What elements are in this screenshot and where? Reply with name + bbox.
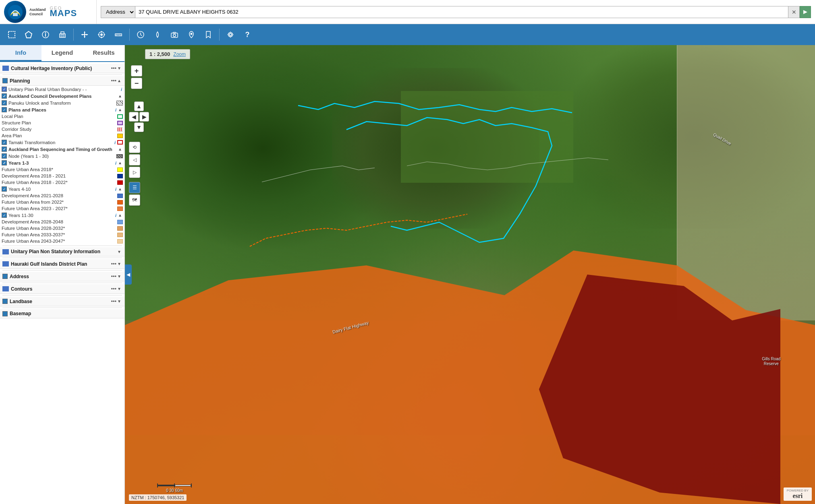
- address-go-button[interactable]: [800, 6, 811, 18]
- dev-plans-cb[interactable]: [2, 93, 7, 99]
- plans-places-cb[interactable]: [2, 107, 7, 112]
- planning-checkbox[interactable]: [2, 78, 8, 83]
- landbase-cb[interactable]: [2, 299, 8, 304]
- basemap-cb[interactable]: [2, 311, 8, 316]
- locate-tool[interactable]: [94, 27, 109, 42]
- years-4-10-collapse[interactable]: ▲: [117, 187, 123, 191]
- structure-plan-layer[interactable]: Structure Plan: [0, 120, 124, 126]
- panuku-layer[interactable]: Panuku Unlock and Transform: [0, 99, 124, 106]
- previous-extent-button[interactable]: ◁: [129, 154, 140, 165]
- plan-seq-collapse[interactable]: ▲: [117, 147, 123, 151]
- node-cb[interactable]: [2, 153, 7, 159]
- settings-tool[interactable]: [223, 27, 238, 42]
- pin-tool[interactable]: [184, 27, 199, 42]
- plans-and-places-layer[interactable]: Plans and Places i ▲: [0, 106, 124, 113]
- future-urban-2018-layer[interactable]: Future Urban Area 2018*: [0, 166, 124, 173]
- planning-section[interactable]: Planning ••• ▲: [0, 76, 124, 86]
- toggle-layers-button[interactable]: ☰: [129, 182, 140, 193]
- future-2047-layer[interactable]: Future Urban Area 2043-2047*: [0, 238, 124, 244]
- cultural-heritage-options[interactable]: •••: [111, 65, 116, 71]
- select-rectangle-tool[interactable]: [4, 27, 19, 42]
- local-plan-layer[interactable]: Local Plan: [0, 113, 124, 120]
- tamaki-cb[interactable]: [2, 140, 7, 145]
- map-area[interactable]: ◀ + − ▲ ◀ ▶ ▼ ⟲ ◁ ▷ ☰ 🗺 1 : 2,500: [125, 45, 815, 504]
- panuku-cb[interactable]: [2, 100, 7, 105]
- years-11-30-collapse[interactable]: ▲: [117, 213, 123, 217]
- tamaki-info[interactable]: i: [114, 140, 116, 145]
- plans-places-info[interactable]: i: [115, 107, 116, 112]
- area-plan-layer[interactable]: Area Plan: [0, 132, 124, 139]
- address-clear-button[interactable]: ✕: [788, 6, 800, 18]
- tamaki-layer[interactable]: Tamaki Transformation i: [0, 139, 124, 146]
- planning-options[interactable]: •••: [111, 78, 116, 84]
- pan-up-button[interactable]: ▲: [134, 101, 144, 111]
- future-from-2022-layer[interactable]: Future Urban Area from 2022*: [0, 199, 124, 205]
- hauraki-collapse[interactable]: ▼: [116, 262, 122, 266]
- plan-seq-cb[interactable]: [2, 147, 7, 152]
- years-11-30-section[interactable]: Years 11-30 i ▲: [0, 212, 124, 219]
- pan-right-button[interactable]: ▶: [139, 112, 149, 122]
- water-tool[interactable]: [150, 27, 165, 42]
- planning-collapse[interactable]: ▲: [116, 78, 122, 83]
- dev-area-2018-layer[interactable]: Development Area 2018 - 2021: [0, 173, 124, 179]
- address-cb[interactable]: [2, 274, 8, 279]
- dev-plans-collapse[interactable]: ▲: [117, 94, 123, 98]
- unitary-plan-rural-layer[interactable]: Unitary Plan Rural Urban Boundary - - i: [0, 86, 124, 93]
- full-extent-button[interactable]: ⟲: [129, 142, 140, 153]
- contours-collapse[interactable]: ▼: [116, 287, 122, 291]
- unitary-ns-collapse[interactable]: ▼: [116, 250, 122, 254]
- plans-places-collapse[interactable]: ▲: [117, 107, 123, 112]
- pan-left-button[interactable]: ◀: [129, 112, 139, 122]
- bookmark-tool[interactable]: [201, 27, 216, 42]
- address-collapse[interactable]: ▼: [116, 274, 122, 279]
- basemap-section[interactable]: Basemap: [0, 309, 124, 318]
- unitary-rural-info[interactable]: i: [121, 87, 122, 92]
- cultural-heritage-collapse[interactable]: ▼: [116, 66, 122, 70]
- future-2032-layer[interactable]: Future Urban Area 2028-2032*: [0, 225, 124, 231]
- tab-results[interactable]: Results: [83, 45, 124, 61]
- pan-tool[interactable]: [77, 27, 92, 42]
- future-2037-layer[interactable]: Future Urban Area 2033-2037*: [0, 231, 124, 238]
- years-1-3-section[interactable]: Years 1-3 i ▲: [0, 159, 124, 166]
- years-1-3-collapse[interactable]: ▲: [117, 161, 123, 165]
- years-11-30-info[interactable]: i: [115, 213, 116, 218]
- address-type-select[interactable]: Address: [101, 6, 135, 18]
- dev-area-2048-layer[interactable]: Development Area 2028-2048: [0, 219, 124, 225]
- print-tool[interactable]: [55, 27, 70, 42]
- unitary-rural-cb[interactable]: [2, 87, 7, 92]
- future-urban-2022-layer[interactable]: Future Urban Area 2018 - 2022*: [0, 179, 124, 186]
- years-4-10-section[interactable]: Years 4-10 i ▲: [0, 186, 124, 192]
- years-11-30-cb[interactable]: [2, 213, 7, 218]
- unitary-non-statutory-section[interactable]: Unitary Plan Non Statutory Information ▼: [0, 247, 124, 256]
- measure-tool[interactable]: [111, 27, 126, 42]
- time-slider-tool[interactable]: [133, 27, 148, 42]
- years-1-3-info[interactable]: i: [115, 161, 116, 165]
- hauraki-options[interactable]: •••: [111, 261, 116, 267]
- pan-down-button[interactable]: ▼: [134, 122, 144, 132]
- hauraki-section[interactable]: Hauraki Gulf Islands District Plan ••• ▼: [0, 259, 124, 269]
- contours-section[interactable]: Contours ••• ▼: [0, 284, 124, 294]
- years-4-10-info[interactable]: i: [115, 187, 116, 192]
- basemap-gallery-button[interactable]: 🗺: [129, 194, 140, 206]
- address-input[interactable]: [135, 6, 788, 18]
- auckland-dev-plans-layer[interactable]: Auckland Council Development Plans ▲: [0, 93, 124, 99]
- address-section[interactable]: Address ••• ▼: [0, 272, 124, 281]
- zoom-label[interactable]: Zoom: [173, 52, 186, 57]
- help-tool[interactable]: ?: [240, 27, 255, 42]
- tab-info[interactable]: Info: [0, 45, 41, 61]
- camera-tool[interactable]: [167, 27, 182, 42]
- tab-legend[interactable]: Legend: [41, 45, 83, 61]
- years-4-10-cb[interactable]: [2, 186, 7, 192]
- years-1-3-cb[interactable]: [2, 160, 7, 165]
- next-extent-button[interactable]: ▷: [129, 167, 140, 178]
- contours-options[interactable]: •••: [111, 286, 116, 292]
- corridor-study-layer[interactable]: Corridor Study: [0, 126, 124, 132]
- zoom-in-button[interactable]: +: [131, 65, 142, 76]
- zoom-out-button[interactable]: −: [131, 78, 142, 89]
- identify-tool[interactable]: [38, 27, 53, 42]
- dev-area-2028-layer[interactable]: Development Area 2021-2028: [0, 192, 124, 199]
- select-polygon-tool[interactable]: [21, 27, 36, 42]
- collapse-panel-button[interactable]: ◀: [125, 264, 132, 285]
- landbase-section[interactable]: Landbase ••• ▼: [0, 297, 124, 306]
- auckland-plan-seq-layer[interactable]: Auckland Plan Sequencing and Timing of G…: [0, 146, 124, 153]
